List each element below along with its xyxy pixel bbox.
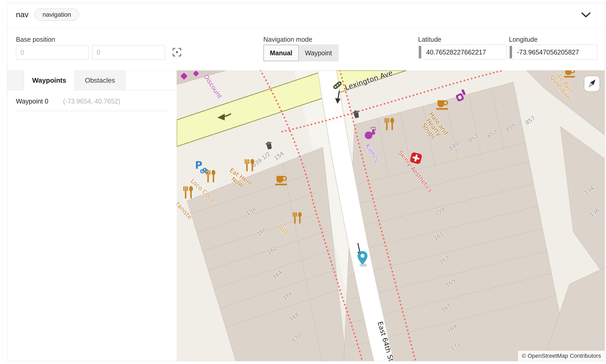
longitude-field-wrap <box>509 45 597 60</box>
waypoint-name: Waypoint 0 <box>16 98 62 105</box>
controls-row: Base position Navigation mode Manual Way… <box>7 28 605 71</box>
tabbar-filler <box>126 70 177 90</box>
base-position-label: Base position <box>16 36 55 43</box>
waypoint-list: Waypoint 0 (-73.9654, 40.7652) <box>7 90 177 111</box>
compass-needle-icon <box>584 76 599 91</box>
locate-button[interactable] <box>171 47 183 58</box>
waypoint-list-item[interactable]: Waypoint 0 (-73.9654, 40.7652) <box>15 90 169 111</box>
chevron-down-icon[interactable] <box>581 12 591 18</box>
tabbar-spacer <box>7 70 24 90</box>
compass-button[interactable] <box>584 76 599 91</box>
longitude-input[interactable] <box>509 45 597 60</box>
tabbar: Waypoints Obstacles <box>7 70 177 90</box>
latitude-input[interactable] <box>418 45 507 60</box>
content-row: Waypoints Obstacles Waypoint 0 (-73.9654… <box>7 70 605 361</box>
page: nav navigation Base position Navigation … <box>0 0 606 364</box>
longitude-label: Longitude <box>509 36 538 43</box>
tab-obstacles[interactable]: Obstacles <box>75 70 126 90</box>
navigation-mode-toggle: Manual Waypoint <box>263 45 338 61</box>
waypoint-pin[interactable] <box>355 251 370 267</box>
crosshair-icon <box>172 47 182 57</box>
nav-mode-waypoint-button[interactable]: Waypoint <box>299 45 338 61</box>
card-header: nav navigation <box>7 3 605 28</box>
base-position-y-input[interactable] <box>92 45 165 60</box>
map-base-layer: P <box>177 70 605 361</box>
latitude-field-wrap <box>418 45 507 60</box>
waypoints-panel: Waypoints Obstacles Waypoint 0 (-73.9654… <box>7 70 177 361</box>
waypoint-coords: (-73.9654, 40.7652) <box>63 98 120 105</box>
navigation-mode-label: Navigation mode <box>263 36 312 43</box>
tab-waypoints[interactable]: Waypoints <box>24 70 75 90</box>
map-canvas[interactable]: P <box>177 70 605 361</box>
nav-card: nav navigation Base position Navigation … <box>7 3 605 361</box>
card-title: nav <box>16 10 28 19</box>
map-attribution: © OpenStreetMap Contributors <box>518 351 605 361</box>
latitude-label: Latitude <box>418 36 441 43</box>
nav-mode-manual-button[interactable]: Manual <box>264 45 299 61</box>
card-type-badge: navigation <box>34 9 79 21</box>
base-position-x-input[interactable] <box>16 45 88 60</box>
